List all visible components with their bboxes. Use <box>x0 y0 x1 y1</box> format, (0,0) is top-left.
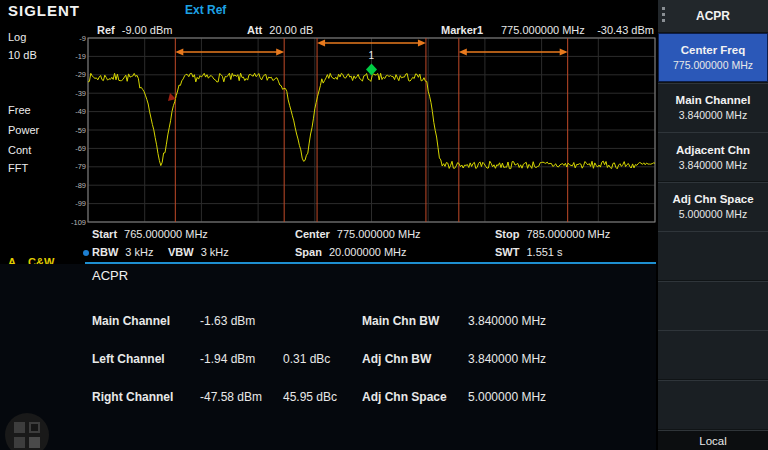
acpr-row3-rel: 45.95 dBc <box>283 390 337 404</box>
local-button[interactable]: Local <box>658 430 768 450</box>
swt-value: 1.551 s <box>526 246 562 258</box>
acpr-row1-bw_label: Main Chn BW <box>362 314 439 328</box>
softkey-adjacent-chn[interactable]: Adjacent Chn3.840000 MHz <box>658 132 768 181</box>
y-tick--29: -29 <box>62 70 86 79</box>
acpr-row1-bw: 3.840000 MHz <box>468 314 546 328</box>
softkey-empty-5[interactable] <box>658 231 768 280</box>
acpr-row2-bw_label: Adj Chn BW <box>362 352 431 366</box>
spectrum-analyzer-screen: SIGLENT Ext Ref Ref -9.00 dBm Att 20.00 … <box>0 0 768 450</box>
stop-freq-readout: Stop 785.000000 MHz <box>495 228 610 240</box>
y-tick--49: -49 <box>62 107 86 116</box>
y-tick--89: -89 <box>62 181 86 190</box>
rbw-bullet-icon <box>83 250 89 256</box>
softkey-menu-title: ACPR <box>658 0 768 32</box>
acpr-row3-bw_label: Adj Chn Space <box>362 390 447 404</box>
menu-title-text: ACPR <box>696 9 730 23</box>
stop-label: Stop <box>495 228 519 240</box>
y-tick--9: -9 <box>62 34 86 43</box>
softkey-label: Adj Chn Space <box>672 193 753 205</box>
stop-value: 785.000000 MHz <box>526 228 610 240</box>
acpr-row1-power: -1.63 dBm <box>200 314 255 328</box>
acpr-results-title: ACPR <box>92 268 128 283</box>
vbw-readout: VBW 3 kHz <box>168 246 229 258</box>
vbw-label: VBW <box>168 246 194 258</box>
center-freq-readout: Center 775.000000 MHz <box>295 228 421 240</box>
y-tick--69: -69 <box>62 144 86 153</box>
softkey-empty-8[interactable] <box>658 380 768 429</box>
span-label: Span <box>295 246 322 258</box>
softkey-value: 5.000000 MHz <box>679 208 747 220</box>
rbw-label: RBW <box>92 246 118 258</box>
start-freq-readout: Start 765.000000 MHz <box>92 228 208 240</box>
svg-text:1: 1 <box>369 50 375 61</box>
acpr-row2-bw: 3.840000 MHz <box>468 352 546 366</box>
swt-readout: SWT 1.551 s <box>495 246 563 258</box>
softkey-empty-7[interactable] <box>658 330 768 379</box>
y-tick--79: -79 <box>62 162 86 171</box>
rbw-value: 3 kHz <box>125 246 153 258</box>
rbw-readout: RBW 3 kHz <box>92 246 153 258</box>
softkey-center-freq[interactable]: Center Freq775.000000 MHz <box>658 33 768 82</box>
y-tick--59: -59 <box>62 126 86 135</box>
softkey-adj-chn-space[interactable]: Adj Chn Space5.000000 MHz <box>658 182 768 231</box>
center-value: 775.000000 MHz <box>337 228 421 240</box>
acpr-row3-power: -47.58 dBm <box>200 390 262 404</box>
y-tick--99: -99 <box>62 199 86 208</box>
swt-label: SWT <box>495 246 519 258</box>
acpr-row3-bw: 5.000000 MHz <box>468 390 546 404</box>
center-label: Center <box>295 228 330 240</box>
acpr-row2-rel: 0.31 dBc <box>283 352 330 366</box>
start-label: Start <box>92 228 117 240</box>
menu-pages-icon <box>662 7 665 22</box>
softkey-value: 3.840000 MHz <box>679 159 747 171</box>
softkey-menu: ACPR Center Freq775.000000 MHzMain Chann… <box>658 0 768 450</box>
softkey-label: Center Freq <box>681 44 746 56</box>
acpr-row2-name: Left Channel <box>92 352 165 366</box>
acpr-row1-name: Main Channel <box>92 314 170 328</box>
softkey-label: Main Channel <box>676 94 751 106</box>
y-tick--19: -19 <box>62 52 86 61</box>
softkey-value: 3.840000 MHz <box>679 109 747 121</box>
y-tick--39: -39 <box>62 89 86 98</box>
acpr-row3-name: Right Channel <box>92 390 173 404</box>
softkey-main-channel[interactable]: Main Channel3.840000 MHz <box>658 83 768 132</box>
acpr-row2-power: -1.94 dBm <box>200 352 255 366</box>
section-divider <box>85 262 656 264</box>
softkey-label: Adjacent Chn <box>676 144 750 156</box>
span-readout: Span 20.000000 MHz <box>295 246 407 258</box>
start-value: 765.000000 MHz <box>124 228 208 240</box>
softkey-empty-6[interactable] <box>658 281 768 330</box>
app-grid-icon[interactable] <box>5 413 49 450</box>
softkey-value: 775.000000 MHz <box>673 59 753 71</box>
y-tick--109: -109 <box>62 218 86 227</box>
span-value: 20.000000 MHz <box>329 246 407 258</box>
vbw-value: 3 kHz <box>201 246 229 258</box>
